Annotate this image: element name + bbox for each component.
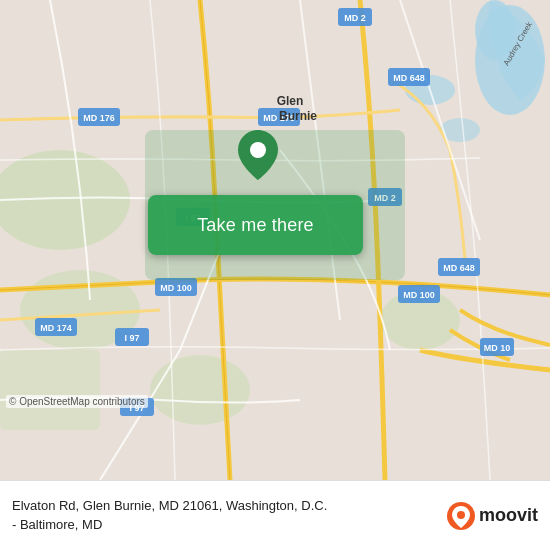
svg-text:MD 2: MD 2	[374, 193, 396, 203]
svg-text:Glen: Glen	[277, 94, 304, 108]
svg-point-39	[250, 142, 266, 158]
osm-credit: © OpenStreetMap contributors	[6, 395, 148, 408]
svg-text:MD 100: MD 100	[403, 290, 435, 300]
take-me-there-label: Take me there	[197, 215, 314, 236]
moovit-logo-text: moovit	[479, 505, 538, 526]
bottom-bar: Elvaton Rd, Glen Burnie, MD 21061, Washi…	[0, 480, 550, 550]
svg-text:MD 176: MD 176	[83, 113, 115, 123]
address-label: Elvaton Rd, Glen Burnie, MD 21061, Washi…	[12, 498, 327, 531]
svg-text:Burnie: Burnie	[279, 109, 317, 123]
moovit-logo: moovit	[447, 502, 538, 530]
address-text: Elvaton Rd, Glen Burnie, MD 21061, Washi…	[12, 497, 437, 533]
moovit-logo-icon	[447, 502, 475, 530]
svg-text:MD 100: MD 100	[160, 283, 192, 293]
svg-text:MD 2: MD 2	[344, 13, 366, 23]
svg-text:MD 648: MD 648	[393, 73, 425, 83]
take-me-there-button[interactable]: Take me there	[148, 195, 363, 255]
svg-rect-7	[0, 350, 100, 430]
svg-text:MD 10: MD 10	[484, 343, 511, 353]
svg-text:MD 648: MD 648	[443, 263, 475, 273]
svg-text:I 97: I 97	[124, 333, 139, 343]
svg-text:MD 174: MD 174	[40, 323, 72, 333]
svg-point-5	[150, 355, 250, 425]
map-container: MD 2 MD 176 MD 176 I 97 I 97 I 97 MD 2 M…	[0, 0, 550, 480]
location-pin	[238, 130, 278, 180]
svg-point-41	[457, 511, 465, 519]
